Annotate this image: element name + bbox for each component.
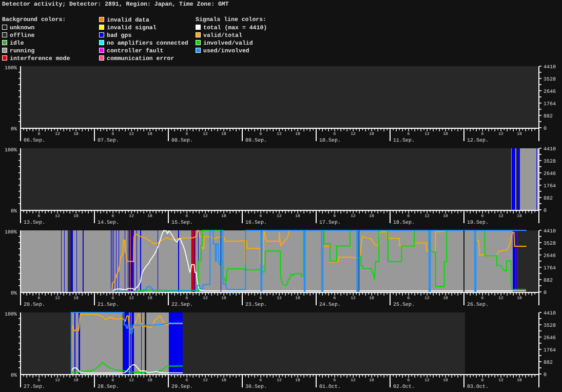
- svg-text:18: 18: [295, 378, 300, 383]
- svg-text:6: 6: [260, 378, 262, 383]
- svg-text:12: 12: [129, 378, 134, 383]
- svg-text:100%: 100%: [5, 66, 17, 71]
- svg-text:18: 18: [221, 378, 226, 383]
- svg-text:28.Sep.: 28.Sep.: [98, 384, 119, 390]
- svg-text:18: 18: [443, 214, 448, 219]
- svg-text:18: 18: [295, 296, 300, 301]
- svg-text:12: 12: [424, 132, 430, 136]
- svg-text:26.Sep.: 26.Sep.: [467, 302, 489, 308]
- svg-text:18: 18: [221, 296, 226, 301]
- svg-text:0%: 0%: [11, 209, 17, 214]
- svg-text:1764: 1764: [544, 348, 556, 354]
- svg-text:12: 12: [351, 214, 356, 219]
- svg-text:16.Sep.: 16.Sep.: [245, 220, 267, 226]
- svg-text:12: 12: [129, 214, 134, 219]
- svg-text:6: 6: [186, 214, 188, 219]
- svg-text:3528: 3528: [544, 241, 556, 247]
- svg-text:2646: 2646: [544, 89, 556, 95]
- svg-text:12: 12: [277, 296, 282, 301]
- svg-text:18: 18: [517, 132, 522, 136]
- svg-text:18: 18: [517, 296, 522, 301]
- svg-text:12: 12: [351, 132, 356, 136]
- svg-text:18: 18: [147, 378, 152, 383]
- svg-text:6: 6: [481, 132, 484, 136]
- svg-text:4410: 4410: [544, 147, 556, 152]
- svg-text:09.Sep.: 09.Sep.: [245, 138, 267, 144]
- svg-text:12: 12: [498, 132, 503, 136]
- svg-text:12: 12: [424, 378, 430, 383]
- svg-text:4410: 4410: [544, 311, 556, 317]
- svg-text:0: 0: [544, 373, 547, 378]
- svg-text:offline: offline: [10, 32, 34, 39]
- svg-text:6: 6: [112, 296, 114, 301]
- svg-text:18: 18: [73, 296, 79, 301]
- svg-text:12: 12: [277, 378, 282, 383]
- svg-text:12: 12: [55, 378, 60, 383]
- svg-text:18: 18: [147, 296, 152, 301]
- svg-text:6: 6: [334, 296, 336, 301]
- svg-text:12: 12: [277, 132, 282, 136]
- svg-text:12: 12: [424, 214, 430, 219]
- svg-text:4410: 4410: [544, 65, 556, 70]
- svg-text:1764: 1764: [544, 266, 556, 271]
- svg-text:idle: idle: [10, 40, 24, 47]
- svg-text:6: 6: [38, 378, 41, 383]
- svg-text:valid/total: valid/total: [203, 32, 242, 39]
- svg-text:6: 6: [408, 132, 410, 136]
- svg-text:12: 12: [203, 378, 208, 383]
- svg-text:18: 18: [147, 132, 152, 136]
- svg-text:6: 6: [186, 378, 188, 383]
- svg-text:18: 18: [369, 378, 374, 383]
- svg-text:unknown: unknown: [10, 25, 34, 31]
- svg-text:1764: 1764: [544, 102, 556, 107]
- svg-text:100%: 100%: [5, 312, 17, 318]
- svg-text:2646: 2646: [544, 253, 556, 259]
- svg-text:0%: 0%: [11, 127, 17, 132]
- svg-text:6: 6: [260, 214, 262, 219]
- svg-text:18: 18: [369, 132, 374, 136]
- svg-text:18: 18: [221, 214, 226, 219]
- svg-text:6: 6: [38, 132, 41, 136]
- svg-text:18: 18: [295, 132, 300, 136]
- svg-text:6: 6: [112, 132, 114, 136]
- svg-text:18: 18: [517, 378, 522, 383]
- svg-text:2646: 2646: [544, 171, 556, 177]
- svg-text:bad gps: bad gps: [107, 32, 131, 39]
- svg-text:12: 12: [351, 378, 356, 383]
- svg-text:6: 6: [38, 296, 41, 301]
- svg-text:18: 18: [147, 214, 152, 219]
- svg-text:6: 6: [408, 378, 410, 383]
- svg-text:6: 6: [334, 214, 336, 219]
- svg-text:10.Sep.: 10.Sep.: [319, 138, 341, 144]
- svg-text:total (max = 4410): total (max = 4410): [203, 25, 267, 31]
- svg-text:18: 18: [73, 132, 79, 136]
- svg-text:100%: 100%: [5, 148, 17, 153]
- svg-text:6: 6: [260, 132, 262, 136]
- svg-text:08.Sep.: 08.Sep.: [171, 138, 193, 144]
- svg-text:6: 6: [186, 296, 188, 301]
- svg-text:6: 6: [112, 214, 114, 219]
- svg-text:02.Oct.: 02.Oct.: [393, 384, 415, 390]
- svg-text:used/involved: used/involved: [203, 48, 249, 54]
- svg-text:6: 6: [481, 296, 484, 301]
- svg-text:18: 18: [221, 132, 226, 136]
- svg-text:882: 882: [544, 114, 553, 120]
- svg-text:2646: 2646: [544, 336, 556, 341]
- svg-text:invalid signal: invalid signal: [107, 25, 157, 31]
- svg-text:6: 6: [186, 132, 188, 136]
- svg-text:12: 12: [129, 296, 134, 301]
- svg-text:6: 6: [38, 214, 41, 219]
- svg-text:18.Sep.: 18.Sep.: [393, 220, 415, 226]
- svg-text:3528: 3528: [544, 77, 556, 83]
- svg-text:12: 12: [55, 214, 60, 219]
- svg-text:invalid data: invalid data: [107, 17, 149, 24]
- svg-text:882: 882: [544, 196, 553, 202]
- svg-text:12: 12: [498, 214, 503, 219]
- svg-text:running: running: [10, 48, 34, 54]
- svg-text:3528: 3528: [544, 159, 556, 165]
- svg-text:12: 12: [351, 296, 356, 301]
- svg-text:18: 18: [443, 132, 448, 136]
- svg-text:12.Sep.: 12.Sep.: [467, 138, 489, 144]
- svg-text:18: 18: [443, 378, 448, 383]
- svg-text:6: 6: [334, 378, 336, 383]
